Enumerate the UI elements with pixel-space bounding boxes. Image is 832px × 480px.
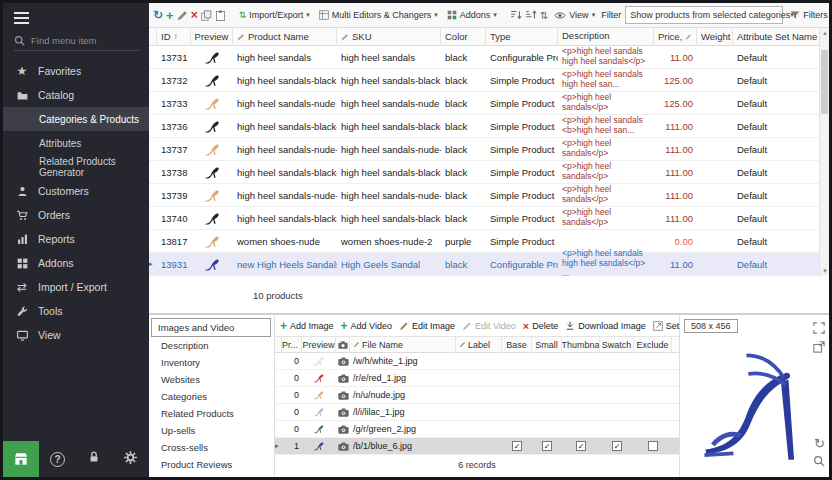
column-header-exclude[interactable]: Exclude xyxy=(634,337,672,353)
pencil-icon xyxy=(237,33,245,41)
column-header-color[interactable]: Color xyxy=(441,28,486,46)
add-video-button[interactable]: +Add Video xyxy=(341,319,392,333)
scrollbar-thumb[interactable] xyxy=(821,50,828,114)
product-row[interactable]: 13740high heel sandals-black-38high heel… xyxy=(149,207,819,230)
sidebar-item-favorites[interactable]: ★ Favorites xyxy=(3,59,149,83)
product-row[interactable]: 13817women shoes-nudewomen shoes-nude-2p… xyxy=(149,230,819,253)
paste-icon[interactable] xyxy=(215,7,226,23)
sidebar-item-related-products-generator[interactable]: Related Products Generator xyxy=(3,155,149,179)
tab-description[interactable]: Description xyxy=(151,337,271,354)
product-row[interactable]: 13739high heel sandals-nude-37high heel … xyxy=(149,184,819,207)
add-image-button[interactable]: +Add Image xyxy=(280,319,334,333)
product-row[interactable]: ▸13931new High Heels SandalsHigh Geels S… xyxy=(149,253,819,276)
copy-icon[interactable] xyxy=(201,7,212,23)
product-row[interactable]: 13736high heel sandals-black-36high heel… xyxy=(149,115,819,138)
image-row[interactable]: ▸1/b/1/blue_6.jpg✓✓✓✓ xyxy=(275,438,679,455)
base-checkbox[interactable]: ✓ xyxy=(512,441,522,451)
product-row[interactable]: 13737high heel sandals-nude-36high heel … xyxy=(149,138,819,161)
sidebar-item-tools[interactable]: Tools xyxy=(3,299,149,323)
add-product-icon[interactable]: + xyxy=(166,7,174,23)
column-header-preview[interactable]: Preview xyxy=(191,28,233,46)
image-row[interactable]: 0/r/e/red_1.jpg xyxy=(275,370,679,387)
sidebar-search[interactable] xyxy=(14,35,139,51)
delete-product-icon[interactable]: × xyxy=(191,7,198,23)
download-image-button[interactable]: Download Image xyxy=(565,321,646,331)
swap-sort-icon[interactable]: ⇅ xyxy=(540,7,548,23)
refresh-icon[interactable]: ↻ xyxy=(153,7,163,23)
delete-button[interactable]: ×Delete xyxy=(523,320,558,332)
image-row[interactable]: 0/n/u/nude.jpg xyxy=(275,387,679,404)
store-button[interactable] xyxy=(3,441,39,477)
sidebar-item-addons[interactable]: Addons xyxy=(3,251,149,275)
swatch-checkbox[interactable]: ✓ xyxy=(612,441,622,451)
tab-product-reviews[interactable]: Product Reviews xyxy=(151,456,271,473)
shoe-thumbnail-image xyxy=(313,355,325,367)
sidebar-item-catalog[interactable]: Catalog xyxy=(3,83,149,107)
column-header-position[interactable]: Pr... xyxy=(282,337,302,353)
tab-websites[interactable]: Websites xyxy=(151,371,271,388)
column-header-swatch[interactable]: Swatch xyxy=(600,337,634,353)
tab-related-products[interactable]: Related Products xyxy=(151,405,271,422)
thumbnail-checkbox[interactable]: ✓ xyxy=(576,441,586,451)
tab-categories[interactable]: Categories xyxy=(151,388,271,405)
zoom-icon[interactable] xyxy=(813,453,825,471)
column-header-price[interactable]: Price, xyxy=(654,28,697,46)
column-header-description[interactable]: Description xyxy=(558,28,654,46)
image-row[interactable]: 0/g/r/green_2.jpg xyxy=(275,421,679,438)
category-filter-select[interactable]: Show products from selected categories▾ xyxy=(625,6,783,24)
column-header-product-name[interactable]: Product Name xyxy=(233,28,337,46)
column-header-attribute-set[interactable]: Attribute Set Name xyxy=(733,28,829,46)
help-icon[interactable]: ? xyxy=(50,452,65,467)
column-header-sku[interactable]: SKU xyxy=(337,28,441,46)
import-export-button[interactable]: ⇅ Import/Export▾ xyxy=(236,8,313,22)
sidebar-item-view[interactable]: View xyxy=(3,323,149,347)
tab-cross-sells[interactable]: Cross-sells xyxy=(151,439,271,456)
column-header-image-preview[interactable]: Preview xyxy=(302,337,336,353)
hamburger-menu-icon[interactable] xyxy=(14,9,29,27)
sidebar-item-attributes[interactable]: Attributes xyxy=(3,131,149,155)
gear-icon[interactable] xyxy=(123,450,138,469)
image-file-name: /n/u/nude.jpg xyxy=(350,390,456,400)
column-header-camera[interactable] xyxy=(336,337,350,353)
image-row[interactable]: 0/w/h/white_1.jpg xyxy=(275,353,679,370)
search-input[interactable] xyxy=(31,35,131,46)
exclude-checkbox[interactable] xyxy=(648,441,658,451)
column-header-file-name[interactable]: File Name xyxy=(350,337,456,353)
sidebar-item-import-export[interactable]: ⇄ Import / Export xyxy=(3,275,149,299)
product-color: black xyxy=(441,52,486,63)
lock-icon[interactable] xyxy=(87,450,101,468)
column-header-thumbnail[interactable]: Thumbna xyxy=(562,337,600,353)
multi-editors-button[interactable]: Multi Editors & Changers▾ xyxy=(316,8,441,22)
sidebar-item-customers[interactable]: Customers xyxy=(3,179,149,203)
tab-images-and-video[interactable]: Images and Video xyxy=(151,318,271,337)
product-row[interactable]: 13733high heel sandals-nudehigh heel san… xyxy=(149,92,819,115)
column-header-small[interactable]: Small xyxy=(532,337,562,353)
sort-desc-icon[interactable] xyxy=(525,7,537,23)
column-header-id[interactable]: ID↕ xyxy=(157,28,191,46)
edit-product-icon[interactable] xyxy=(177,7,188,23)
product-row[interactable]: 13731high heel sandalshigh heel sandalsb… xyxy=(149,46,819,69)
product-row[interactable]: 13738high heel sandals-black-37high heel… xyxy=(149,161,819,184)
sidebar-item-reports[interactable]: Reports xyxy=(3,227,149,251)
sidebar-item-orders[interactable]: Orders xyxy=(3,203,149,227)
product-row[interactable]: 13732high heel sandals-blackhigh heel sa… xyxy=(149,69,819,92)
image-preview-panel: 508 x 456 ↻ xyxy=(680,315,829,477)
view-button[interactable]: View▾ xyxy=(551,8,598,22)
vertical-scrollbar[interactable]: ▲▼ xyxy=(819,28,829,276)
image-preview-thumb xyxy=(302,406,336,418)
filters-button[interactable]: Filters▾ xyxy=(787,8,832,22)
sort-asc-icon[interactable] xyxy=(510,7,522,23)
tab-up-sells[interactable]: Up-sells xyxy=(151,422,271,439)
product-preview xyxy=(191,95,233,112)
column-header-base[interactable]: Base xyxy=(502,337,532,353)
column-header-type[interactable]: Type xyxy=(486,28,558,46)
tab-inventory[interactable]: Inventory xyxy=(151,354,271,371)
small-checkbox[interactable]: ✓ xyxy=(542,441,552,451)
column-header-weight[interactable]: Weight xyxy=(697,28,733,46)
image-row[interactable]: 0/l/i/lilac_1.jpg xyxy=(275,404,679,421)
rotate-icon[interactable]: ↻ xyxy=(814,436,825,451)
edit-image-button[interactable]: Edit Image xyxy=(399,321,455,331)
column-header-label[interactable]: Label xyxy=(456,337,502,353)
sidebar-item-categories-products[interactable]: Categories & Products xyxy=(3,107,149,131)
addons-toolbar-button[interactable]: Addons▾ xyxy=(444,8,500,22)
